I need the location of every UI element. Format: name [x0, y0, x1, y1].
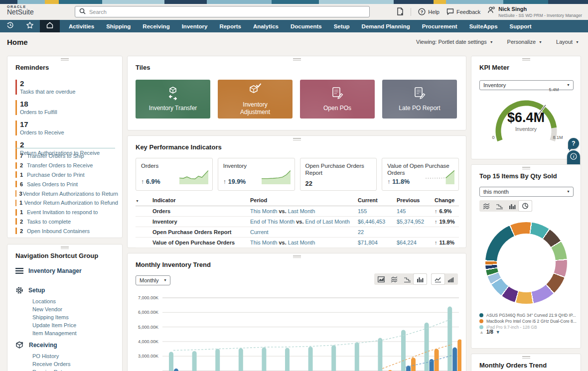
help-button[interactable]: ? Help [418, 8, 440, 16]
reminder-secondary-item[interactable]: 3Vendor Return Authorizations to Return [15, 189, 118, 198]
period-link[interactable]: This Month [250, 240, 277, 246]
kpi-table-header[interactable]: Period [250, 196, 358, 206]
period-link[interactable]: This Month [250, 208, 277, 214]
kpi-current-value[interactable]: $71,804 [358, 240, 378, 246]
drag-handle[interactable] [61, 58, 69, 62]
chart-type-multiline-icon[interactable] [480, 201, 493, 211]
reminder-primary-item[interactable]: 18Orders to Fulfill [15, 98, 115, 118]
period-link[interactable]: End of Last Month [305, 219, 350, 225]
bar-teal[interactable] [308, 347, 313, 371]
reminder-secondary-item[interactable]: 2Open Inbound Containers [15, 226, 118, 236]
bar-teal[interactable] [192, 351, 197, 371]
kpi-table-row[interactable]: OrdersThis Month vs. Last Month155145↑6.… [136, 206, 459, 217]
kpi-table-header[interactable]: Current [358, 196, 397, 206]
shortcut-link-new-vendor[interactable]: New Vendor [32, 306, 62, 312]
top15-period-select[interactable]: this month ▼ [479, 187, 574, 197]
shortcut-link-shipping-items[interactable]: Shipping Items [32, 314, 69, 320]
legend-item[interactable]: MacBook Pro Intel Core i5 2 GHz Dual-Cor… [479, 318, 577, 324]
oracle-netsuite-logo[interactable]: ORACLE NetSuite [7, 5, 34, 16]
tile-late-po-report[interactable]: Late PO Report [382, 80, 457, 119]
nav-item-procurement[interactable]: Procurement [416, 20, 463, 32]
kpi-previous-value[interactable]: 145 [397, 208, 406, 214]
bar-teal[interactable] [331, 345, 336, 371]
kpi-table-row[interactable]: Value of Open Purchase OrdersThis Month … [136, 238, 459, 248]
bar-teal[interactable] [169, 352, 173, 371]
nav-item-suiteapps[interactable]: SuiteApps [463, 20, 504, 32]
personalize-menu[interactable]: Personalize ▼ [507, 39, 542, 45]
quick-add-button[interactable] [397, 7, 404, 16]
bar-teal[interactable] [378, 338, 382, 371]
viewing-portlet-date-settings[interactable]: Viewing: Portlet date settings ▼ [416, 39, 493, 45]
shortcut-link-locations[interactable]: Locations [32, 298, 56, 304]
nav-item-setup[interactable]: Setup [328, 20, 356, 32]
kpi-table-header[interactable]: Change [435, 196, 459, 206]
tile-open-pos[interactable]: Open POs [300, 80, 375, 119]
chart-type-pie-icon[interactable] [519, 201, 532, 211]
period-link[interactable]: Current [250, 229, 269, 235]
shortcuts-button[interactable] [20, 20, 40, 32]
legend-page-up-icon[interactable]: ▲ [479, 330, 484, 335]
search-input[interactable] [89, 9, 348, 15]
nav-item-analytics[interactable]: Analytics [247, 20, 285, 32]
kpi-card-orders[interactable]: Orders↑6.9% [136, 158, 213, 191]
drag-handle[interactable] [293, 58, 301, 62]
nav-item-support[interactable]: Support [504, 20, 538, 32]
period-link[interactable]: Last Month [288, 208, 315, 214]
shortcut-group-setup[interactable]: Setup [15, 286, 45, 294]
global-search[interactable] [75, 6, 370, 17]
kpi-table-header[interactable]: Previous [397, 196, 435, 206]
shortcut-group-inventory-manager[interactable]: Inventory Manager [15, 267, 82, 274]
chart-type-histogram-icon[interactable] [444, 274, 457, 284]
bar-teal[interactable] [262, 348, 266, 371]
chart-type-area-icon[interactable] [375, 274, 388, 284]
help-bubble-button[interactable]: ? [568, 138, 579, 149]
top15-donut-chart[interactable] [485, 222, 567, 304]
kpi-card-open-purchase-orders-report[interactable]: Open Purchase Orders Report22 [300, 158, 377, 191]
chart-type-step-icon[interactable] [401, 274, 414, 284]
nav-item-activities[interactable]: Activities [63, 20, 100, 32]
kpi-previous-value[interactable]: $64,224 [397, 240, 417, 246]
bar-teal[interactable] [447, 307, 452, 371]
shortcut-group-receiving[interactable]: Receiving [15, 341, 57, 349]
reminder-secondary-item[interactable]: 1Purchase Order to Print [15, 170, 118, 180]
shortcut-link-receive-returns[interactable]: Receive Returns [32, 369, 73, 371]
trend-period-select[interactable]: Monthly ▼ [136, 275, 170, 285]
kpi-current-value[interactable]: 155 [358, 208, 367, 214]
reminder-primary-item[interactable]: 17Orders to Receive [15, 119, 115, 138]
nav-item-inventory[interactable]: Inventory [176, 20, 214, 32]
drag-handle[interactable] [522, 356, 530, 360]
kpi-table-row[interactable]: Open Purchase Orders ReportCurrent22 [136, 227, 459, 238]
reminder-secondary-item[interactable]: 6Sales Orders to Print [15, 179, 118, 189]
bar-teal[interactable] [355, 342, 359, 371]
reminder-secondary-item[interactable]: 1Vendor Return Authorization to Refund [15, 198, 118, 208]
layout-menu[interactable]: Layout ▼ [556, 39, 579, 45]
bar-teal[interactable] [425, 323, 429, 371]
period-link[interactable]: End of This Month [250, 219, 294, 225]
drag-handle[interactable] [293, 255, 301, 259]
shortcut-link-receive-orders[interactable]: Receive Orders [32, 361, 70, 367]
chart-type-column-icon[interactable] [506, 201, 519, 211]
kpi-table-header[interactable]: Indicator [152, 196, 250, 206]
bar-teal[interactable] [215, 349, 220, 371]
drag-handle[interactable] [522, 167, 530, 170]
kpi-previous-value[interactable]: $5,374,952 [397, 219, 424, 225]
shortcut-link-po-history[interactable]: PO History [32, 353, 59, 359]
tile-inventory-adjustment[interactable]: Inventory Adjustment [218, 80, 293, 119]
kpi-card-value-of-open-purchase-orders[interactable]: Value of Open Purchase Orders↑11.8% [382, 158, 459, 191]
legend-page-down-icon[interactable]: ▼ [496, 330, 500, 335]
bar-blue[interactable] [174, 369, 178, 371]
table-menu-icon[interactable]: ▼ [136, 199, 139, 203]
nav-item-receiving[interactable]: Receiving [137, 20, 175, 32]
bar-teal[interactable] [285, 348, 290, 371]
feedback-button[interactable]: Feedback [446, 8, 480, 16]
bar-blue[interactable] [452, 348, 457, 371]
drag-handle[interactable] [61, 247, 69, 250]
kpi-card-inventory[interactable]: Inventory↑19.9% [218, 158, 295, 191]
chart-type-line-icon[interactable] [432, 274, 444, 284]
bar-teal[interactable] [401, 330, 406, 371]
shortcut-link-item-management[interactable]: Item Management [32, 330, 77, 336]
user-menu[interactable]: Nick Singh NetSuite - SS WD PRM - Invent… [487, 6, 582, 17]
legend-item[interactable]: ASUS PG346Q RoG 34" Curved 21:9 QHD IP..… [479, 312, 577, 318]
kpi-table-row[interactable]: InventoryEnd of This Month vs. End of La… [136, 217, 459, 227]
tile-inventory-transfer[interactable]: Inventory Transfer [136, 80, 210, 119]
